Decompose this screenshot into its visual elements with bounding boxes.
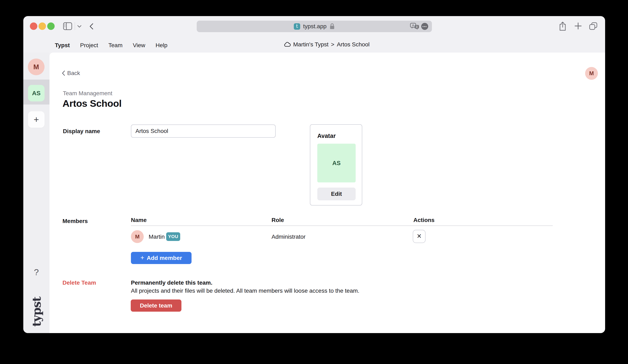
member-avatar: M — [131, 230, 144, 243]
avatar-card: Avatar AS Edit — [310, 124, 362, 206]
app-body: M AS + ? typst Back M Team Management Ar… — [23, 53, 605, 333]
tab-overview-icon[interactable] — [589, 22, 598, 30]
breadcrumb: Martin's Typst > Artos School — [284, 41, 370, 48]
url-text: typst.app — [303, 23, 326, 30]
site-favicon: t — [294, 23, 300, 30]
member-role: Administrator — [272, 233, 306, 240]
address-bar[interactable]: t typst.app A 文 — [197, 21, 432, 32]
browser-back-icon[interactable] — [89, 23, 94, 30]
menu-project[interactable]: Project — [80, 42, 98, 49]
members-label: Members — [63, 218, 88, 224]
remove-member-button[interactable]: × — [413, 230, 426, 243]
team-management-page: Back M Team Management Artos School Disp… — [50, 53, 605, 333]
svg-text:A: A — [412, 24, 414, 27]
display-name-label: Display name — [63, 128, 100, 135]
delete-team-section-label: Delete Team — [63, 280, 96, 286]
translate-icon[interactable]: A 文 — [410, 23, 419, 30]
breadcrumb-current: Artos School — [337, 41, 370, 48]
close-window-button[interactable] — [30, 22, 37, 30]
chevron-down-icon[interactable] — [77, 25, 81, 28]
svg-text:文: 文 — [415, 25, 418, 28]
breadcrumb-workspace[interactable]: Martin's Typst — [293, 41, 328, 48]
sidebar-add-team-button[interactable]: + — [28, 111, 45, 128]
display-name-input[interactable] — [131, 125, 276, 138]
column-header-actions: Actions — [413, 217, 435, 223]
share-icon[interactable] — [559, 21, 566, 31]
help-icon[interactable]: ? — [23, 267, 50, 277]
menu-typst[interactable]: Typst — [55, 42, 70, 49]
plus-icon: + — [140, 254, 144, 262]
page-title: Artos School — [63, 98, 121, 109]
delete-team-heading: Permanently delete this team. — [131, 280, 212, 286]
delete-team-button[interactable]: Delete team — [131, 299, 181, 312]
minimize-window-button[interactable] — [39, 22, 46, 30]
team-avatar-preview: AS — [317, 144, 356, 182]
browser-window: t typst.app A 文 — [23, 16, 605, 333]
you-badge: YOU — [166, 232, 180, 241]
toggle-sidebar-icon[interactable] — [63, 22, 72, 30]
breadcrumb-separator: > — [331, 41, 334, 48]
more-options-icon[interactable]: ••• — [421, 23, 428, 30]
section-label: Team Management — [63, 90, 112, 97]
back-label: Back — [67, 70, 80, 76]
chrome-divider — [75, 22, 75, 30]
new-tab-icon[interactable] — [574, 22, 582, 30]
column-header-role: Role — [272, 217, 284, 223]
member-name: Martin — [149, 233, 165, 240]
sidebar-team-avatar[interactable]: AS — [28, 85, 45, 101]
avatar-card-title: Avatar — [317, 133, 336, 139]
column-header-name: Name — [131, 217, 147, 223]
add-member-label: Add member — [147, 255, 182, 261]
zoom-window-button[interactable] — [47, 22, 55, 30]
account-avatar[interactable]: M — [585, 67, 598, 80]
typst-logo: typst — [23, 296, 50, 328]
address-bar-center: t typst.app — [294, 23, 335, 30]
menu-team[interactable]: Team — [108, 42, 122, 49]
table-header-divider — [131, 225, 553, 226]
menu-view[interactable]: View — [133, 42, 145, 49]
app-menubar: Typst Project Team View Help — [55, 42, 167, 49]
sidebar-user-avatar[interactable]: M — [28, 59, 45, 75]
lock-icon — [329, 23, 335, 30]
edit-avatar-button[interactable]: Edit — [317, 188, 356, 200]
workspace-sidebar: M AS + ? typst — [23, 53, 50, 333]
delete-team-description: All projects and their files will be del… — [131, 288, 359, 294]
cloud-icon — [284, 42, 291, 47]
browser-chrome: t typst.app A 文 — [23, 16, 605, 37]
menu-help[interactable]: Help — [156, 42, 167, 49]
back-link[interactable]: Back — [62, 70, 80, 76]
add-member-button[interactable]: + Add member — [131, 252, 192, 264]
